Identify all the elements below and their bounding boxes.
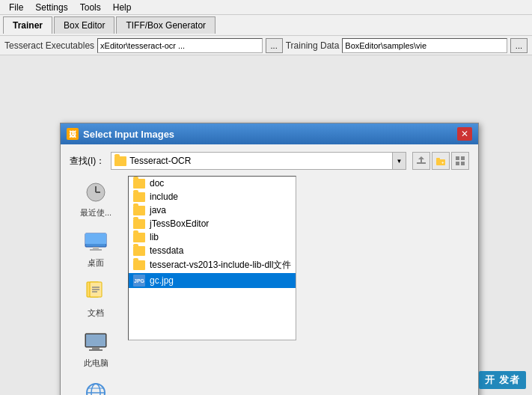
select-input-images-dialog: 🖼 Select Input Images ✕ 查找(I)： Tesseract… — [60, 123, 479, 395]
sidebar-item-desktop-label: 桌面 — [88, 257, 104, 269]
documents-icon — [81, 279, 111, 306]
svg-rect-14 — [85, 233, 106, 244]
training-browse-btn[interactable]: ... — [510, 38, 528, 53]
svg-rect-4 — [436, 158, 440, 160]
tesseract-path-input[interactable] — [97, 38, 263, 53]
tab-box-editor[interactable]: Box Editor — [54, 16, 114, 34]
file-name: tessdata — [150, 245, 183, 256]
dialog-icon: 🖼 — [67, 128, 79, 140]
svg-rect-8 — [456, 162, 459, 165]
menu-tools[interactable]: Tools — [74, 1, 107, 14]
file-name: java — [150, 205, 166, 215]
file-name: doc — [150, 178, 164, 189]
sidebar-item-network[interactable]: 网络 — [73, 379, 118, 395]
network-icon — [81, 379, 111, 395]
tesseract-browse-btn[interactable]: ... — [266, 38, 283, 53]
list-item[interactable]: lib — [129, 230, 296, 244]
svg-rect-16 — [90, 249, 102, 251]
toolbar: Trainer Box Editor TIFF/Box Generator — [0, 15, 532, 36]
svg-marker-2 — [418, 156, 424, 159]
folder-icon — [114, 156, 126, 166]
svg-rect-25 — [89, 349, 103, 351]
folder-icon — [133, 179, 145, 189]
list-item[interactable]: java — [129, 203, 296, 217]
dialog-titlebar: 🖼 Select Input Images ✕ — [61, 123, 478, 144]
svg-rect-23 — [86, 334, 106, 346]
svg-rect-6 — [456, 156, 459, 160]
file-name: lib — [150, 232, 159, 242]
list-item[interactable]: jTessBoxEditor — [129, 217, 296, 230]
dialog-sidebar: 最近使... 桌面 — [70, 176, 122, 395]
folder-icon — [133, 260, 145, 270]
menu-help[interactable]: Help — [107, 1, 138, 14]
lookin-value: Tesseract-OCR — [129, 156, 403, 166]
svg-rect-15 — [93, 247, 99, 249]
folder-icon — [133, 192, 145, 202]
list-item[interactable]: include — [129, 190, 296, 203]
dialog-title-text: Select Input Images — [83, 129, 174, 140]
svg-text:+: + — [441, 160, 444, 165]
menu-file[interactable]: File — [3, 1, 29, 14]
folder-icon — [133, 206, 145, 215]
folder-icon — [133, 246, 145, 256]
tesseract-executables-label: Tesseract Executables — [4, 40, 94, 51]
recent-icon — [81, 179, 111, 206]
view-toggle-button[interactable] — [451, 152, 469, 170]
sidebar-item-desktop[interactable]: 桌面 — [73, 229, 118, 269]
file-name: jTessBoxEditor — [150, 218, 209, 229]
menu-settings[interactable]: Settings — [29, 1, 73, 14]
list-item[interactable]: tessdata — [129, 244, 296, 257]
lookin-label: 查找(I)： — [70, 155, 105, 168]
image-file-icon: JPG — [133, 275, 145, 287]
sidebar-item-computer[interactable]: 此电脑 — [73, 329, 118, 369]
list-item-selected[interactable]: JPG gc.jpg — [129, 273, 296, 288]
list-item[interactable]: tesseract-vs2013-include-lib-dll文件 — [129, 257, 296, 273]
dialog-body: 查找(I)： Tesseract-OCR ▼ + — [61, 144, 478, 395]
tab-tiff-box-generator[interactable]: TIFF/Box Generator — [116, 16, 215, 34]
file-name: gc.jpg — [150, 275, 174, 286]
file-list[interactable]: doc include java jTessBoxEditor — [128, 176, 296, 340]
svg-rect-7 — [461, 156, 465, 160]
new-folder-button[interactable]: + — [432, 152, 450, 170]
file-name: include — [150, 192, 178, 202]
svg-rect-9 — [461, 162, 465, 165]
menu-bar: File Settings Tools Help — [0, 0, 532, 15]
dialog-content: 最近使... 桌面 — [70, 176, 469, 395]
sidebar-item-documents-label: 文档 — [88, 307, 104, 319]
sidebar-item-recent[interactable]: 最近使... — [73, 179, 118, 218]
list-item[interactable]: doc — [129, 177, 296, 190]
sidebar-item-computer-label: 此电脑 — [84, 358, 108, 369]
lookin-row: 查找(I)： Tesseract-OCR ▼ + — [70, 152, 469, 170]
tab-trainer[interactable]: Trainer — [3, 16, 52, 34]
training-path-input[interactable] — [342, 38, 507, 53]
sidebar-item-documents[interactable]: 文档 — [73, 279, 118, 319]
svg-rect-24 — [92, 347, 100, 349]
desktop-icon — [81, 229, 111, 256]
training-data-label: Training Data — [286, 40, 340, 51]
watermark: 开 发者 — [479, 371, 526, 389]
lookin-dropdown-arrow[interactable]: ▼ — [392, 153, 406, 169]
path-bar: Tesseract Executables ... Training Data … — [0, 36, 532, 55]
sidebar-item-recent-label: 最近使... — [80, 207, 111, 218]
dialog-title-area: 🖼 Select Input Images — [67, 128, 174, 140]
folder-icon — [133, 219, 145, 229]
file-name: tesseract-vs2013-include-lib-dll文件 — [150, 259, 291, 272]
folder-icon — [133, 233, 145, 242]
toolbar-icons: + — [412, 152, 469, 170]
dialog-close-button[interactable]: ✕ — [457, 127, 472, 141]
lookin-combobox[interactable]: Tesseract-OCR ▼ — [111, 152, 406, 170]
nav-up-button[interactable] — [412, 152, 430, 170]
computer-icon — [81, 329, 111, 356]
